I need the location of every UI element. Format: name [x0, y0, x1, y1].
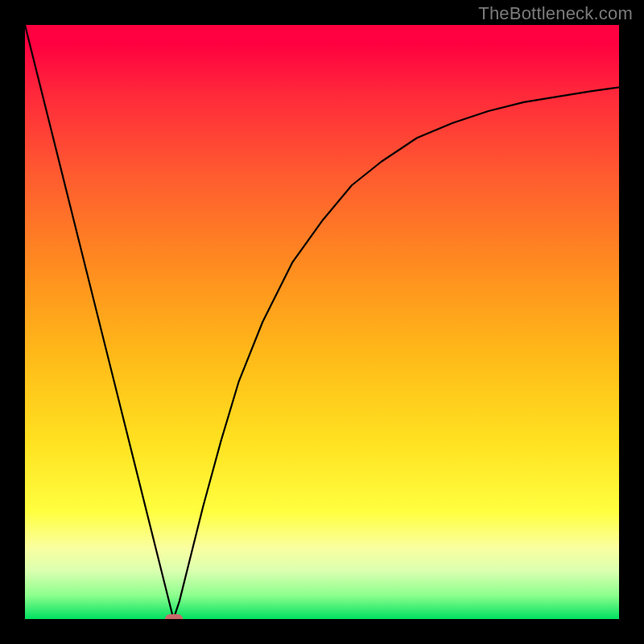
plot-area — [25, 25, 619, 619]
minimum-marker — [165, 614, 183, 619]
chart-frame: TheBottleneck.com — [0, 0, 644, 644]
bottleneck-curve — [25, 25, 619, 619]
watermark-text: TheBottleneck.com — [478, 3, 633, 24]
